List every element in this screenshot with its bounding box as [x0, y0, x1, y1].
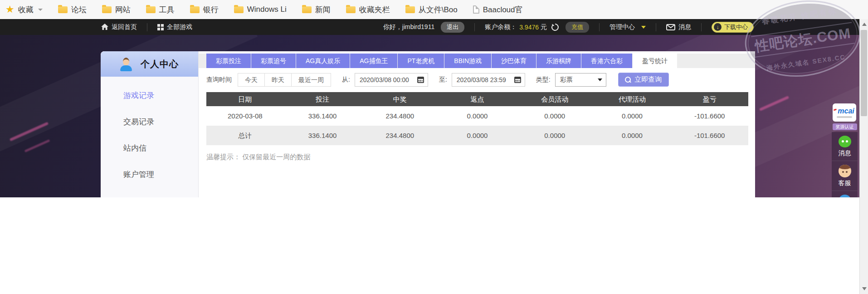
sidebar-item-transaction-records[interactable]: 交易记录 — [101, 109, 198, 135]
scrollbar-thumb[interactable] — [861, 30, 867, 116]
bookmark-folder-fromfile[interactable]: 从文件\Boo — [405, 5, 458, 15]
scrollbar[interactable] — [859, 19, 868, 294]
sidebar-item-game-records[interactable]: 游戏记录 — [101, 83, 198, 109]
from-label: 从: — [342, 76, 350, 84]
from-date-input[interactable] — [360, 76, 413, 83]
search-button-label: 立即查询 — [634, 75, 662, 84]
bookmark-folder-website[interactable]: 网站 — [102, 5, 131, 15]
bookmark-folder-tools[interactable]: 工具 — [146, 5, 175, 15]
bookmark-page-baacloud[interactable]: Baacloud官 — [473, 5, 523, 15]
tab-profit-loss-stats[interactable]: 盈亏统计 — [633, 54, 677, 68]
to-date-box — [452, 73, 525, 87]
download-center-button[interactable]: ↓ 下载中心 — [712, 22, 754, 33]
chevron-down-icon[interactable] — [38, 9, 43, 11]
logout-button[interactable]: 退出 — [441, 22, 464, 33]
sidebar: 个人中心 游戏记录 交易记录 站内信 账户管理 — [101, 51, 199, 197]
search-button[interactable]: 立即查询 — [618, 73, 669, 87]
to-date-input[interactable] — [457, 76, 510, 83]
tab-ag-live[interactable]: AG真人娱乐 — [296, 54, 350, 68]
today-button[interactable]: 今天 — [238, 73, 265, 87]
favorites-label: 收藏 — [18, 5, 34, 15]
customer-service-widget[interactable]: 客服 — [832, 161, 858, 191]
balance-label: 账户余额： — [485, 23, 517, 31]
customer-service-label: 客服 — [839, 179, 851, 187]
tab-leyou-chess[interactable]: 乐游棋牌 — [536, 54, 581, 68]
balance-value: 3.9476 — [519, 24, 539, 31]
speed-widget[interactable] — [832, 191, 858, 197]
tab-lottery-bet[interactable]: 彩票投注 — [206, 54, 251, 68]
bookmark-label: 银行 — [203, 5, 219, 15]
chevron-down-icon — [598, 78, 602, 81]
quick-range-group: 今天 昨天 最近一周 — [238, 73, 331, 87]
last-week-button[interactable]: 最近一周 — [291, 73, 331, 87]
bookmark-folder-bank[interactable]: 银行 — [190, 5, 219, 15]
table-row: 2020-03-08 336.1400 234.4800 0.0000 0.00… — [206, 106, 748, 126]
chat-bubble-icon — [839, 136, 851, 147]
from-date-box — [355, 73, 428, 87]
retention-note: 温馨提示： 仅保留最近一周的数据 — [206, 153, 755, 162]
tab-lottery-chase[interactable]: 彩票追号 — [251, 54, 296, 68]
folder-icon — [234, 6, 244, 13]
type-label: 类型: — [536, 76, 551, 84]
tab-strip: 彩票投注 彩票追号 AG真人娱乐 AG捕鱼王 PT老虎机 BBIN游戏 沙巴体育… — [199, 54, 755, 68]
bookmark-folder-forum[interactable]: 论坛 — [58, 5, 87, 15]
scroll-down-arrow[interactable] — [860, 284, 868, 293]
navbar-right: 你好，jimbird1911 退出 账户余额： 3.9476 元 充值 管理中心 — [383, 22, 754, 33]
cell-rebate: 0.0000 — [439, 106, 516, 126]
calendar-icon[interactable] — [514, 77, 521, 83]
favorites-button[interactable]: ★ 收藏 — [5, 5, 43, 15]
all-games-label: 全部游戏 — [167, 23, 192, 31]
tab-saba-sports[interactable]: 沙巴体育 — [492, 54, 536, 68]
recharge-button[interactable]: 充值 — [566, 22, 589, 33]
bookmark-label: 工具 — [159, 5, 175, 15]
bookmarks-bar: ★ 收藏 论坛 网站 工具 银行 Windows Li 新闻 — [0, 0, 868, 19]
admin-center-menu[interactable]: 管理中心 — [610, 23, 646, 31]
tab-ag-fishing[interactable]: AG捕鱼王 — [350, 54, 397, 68]
scroll-up-arrow[interactable] — [860, 20, 868, 29]
folder-icon — [102, 6, 112, 13]
sidebar-item-account-management[interactable]: 账户管理 — [101, 162, 198, 188]
calendar-icon[interactable] — [417, 77, 424, 83]
divider — [599, 23, 600, 31]
divider — [147, 23, 147, 31]
divider — [656, 23, 656, 31]
bookmark-label: 网站 — [115, 5, 131, 15]
tab-bbin-games[interactable]: BBIN游戏 — [444, 54, 491, 68]
sidebar-item-site-mail[interactable]: 站内信 — [101, 135, 198, 162]
cell-bet: 336.1400 — [284, 106, 361, 126]
col-header-profit-loss: 盈亏 — [671, 92, 748, 106]
prize-cert-badge[interactable]: 奖源认证 — [833, 123, 857, 130]
tab-pt-slots[interactable]: PT老虎机 — [398, 54, 444, 68]
divider — [701, 23, 702, 31]
divider — [474, 23, 475, 31]
star-icon: ★ — [5, 5, 15, 15]
query-time-label: 查询时间 — [206, 76, 232, 84]
messages-link[interactable]: 消息 — [666, 23, 691, 31]
mcai-logo-badge[interactable]: mcai — [833, 103, 856, 122]
home-link[interactable]: 返回首页 — [101, 23, 137, 31]
sidebar-header: 个人中心 — [101, 51, 198, 77]
sidebar-list: 游戏记录 交易记录 站内信 账户管理 — [101, 77, 198, 188]
background-streak — [24, 139, 50, 152]
profit-loss-table: 日期 投注 中奖 返点 会员活动 代理活动 盈亏 2020-03-08 336.… — [206, 92, 748, 145]
bookmark-folder-news[interactable]: 新闻 — [302, 5, 331, 15]
type-select-value: 彩票 — [560, 76, 573, 84]
messages-widget[interactable]: 消息 — [832, 132, 858, 161]
home-icon — [101, 24, 108, 30]
folder-icon — [58, 6, 68, 13]
col-header-bet: 投注 — [284, 92, 361, 106]
balance-unit: 元 — [541, 23, 547, 31]
bookmark-folder-windows[interactable]: Windows Li — [234, 5, 287, 14]
all-games-link[interactable]: 全部游戏 — [157, 23, 192, 31]
envelope-icon — [666, 24, 675, 30]
yesterday-button[interactable]: 昨天 — [264, 73, 292, 87]
refresh-icon[interactable] — [551, 23, 559, 31]
bookmark-folder-favbar[interactable]: 收藏夹栏 — [346, 5, 390, 15]
tab-hk-mark-six[interactable]: 香港六合彩 — [581, 54, 632, 68]
type-select[interactable]: 彩票 — [555, 73, 606, 87]
cell-profit-loss: -101.6600 — [671, 126, 748, 145]
download-icon: ↓ — [714, 23, 722, 31]
table-header-row: 日期 投注 中奖 返点 会员活动 代理活动 盈亏 — [206, 92, 748, 106]
cell-agent-activity: 0.0000 — [594, 126, 671, 145]
col-header-rebate: 返点 — [439, 92, 516, 106]
